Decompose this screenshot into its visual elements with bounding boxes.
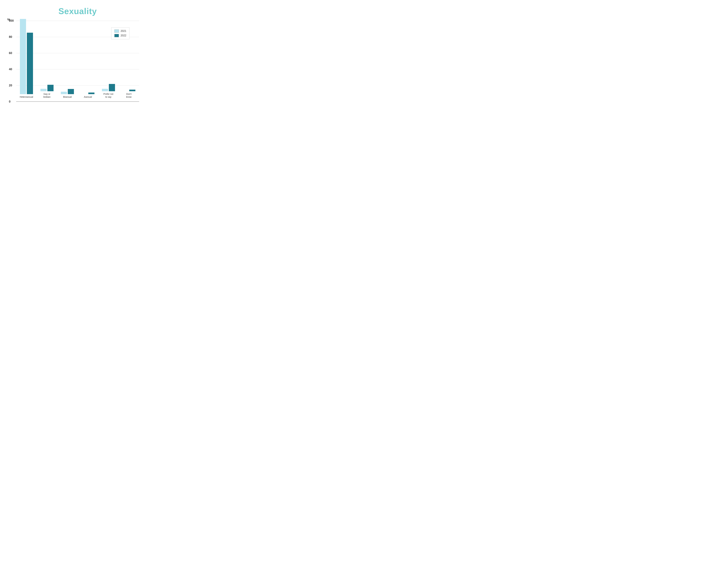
bar-group-label: Heterosexual bbox=[20, 95, 33, 98]
chart-area: % 100806040200 HeterosexualGay or lesbia… bbox=[16, 18, 139, 102]
legend: 20212022 bbox=[111, 27, 129, 39]
bar-group: Bisexual bbox=[57, 13, 78, 98]
y-tick-label: 40 bbox=[9, 68, 12, 71]
bar-group: Asexual bbox=[78, 13, 98, 98]
legend-swatch bbox=[114, 34, 119, 37]
chart-container: Sexuality % 100806040200 HeterosexualGay… bbox=[3, 3, 142, 112]
legend-item: 2022 bbox=[114, 34, 126, 37]
bar-group-label: Gay or lesbian bbox=[43, 92, 51, 98]
legend-label: 2021 bbox=[121, 29, 126, 32]
legend-item: 2021 bbox=[114, 29, 126, 33]
bar-2022 bbox=[88, 92, 94, 94]
bar-2021 bbox=[102, 89, 108, 91]
y-tick-label: 100 bbox=[9, 19, 14, 22]
y-tick-label: 60 bbox=[9, 52, 12, 55]
y-tick-label: 0 bbox=[9, 100, 10, 103]
bar-group: Prefer not to say bbox=[98, 10, 119, 98]
bar-group: Gay or lesbian bbox=[37, 10, 57, 98]
bar-2022 bbox=[68, 89, 74, 94]
bar-2021 bbox=[20, 19, 26, 94]
x-axis-line bbox=[16, 101, 139, 102]
bar-group: Don't know bbox=[119, 10, 139, 98]
bar-group-label: Bisexual bbox=[63, 95, 72, 98]
y-tick-label: 80 bbox=[9, 35, 12, 39]
bar-2022 bbox=[129, 90, 135, 91]
bar-2022 bbox=[109, 84, 115, 91]
bar-group-label: Don't know bbox=[126, 92, 132, 98]
bar-group: Heterosexual bbox=[16, 13, 37, 98]
bar-group-label: Prefer not to say bbox=[103, 92, 113, 98]
y-tick-label: 20 bbox=[9, 84, 12, 87]
bar-2021 bbox=[41, 89, 47, 91]
legend-swatch bbox=[114, 29, 119, 33]
bar-group-label: Asexual bbox=[84, 95, 92, 98]
bar-2022 bbox=[27, 33, 33, 94]
bar-2021 bbox=[61, 92, 67, 94]
legend-label: 2022 bbox=[121, 34, 126, 37]
bar-2022 bbox=[48, 85, 54, 91]
